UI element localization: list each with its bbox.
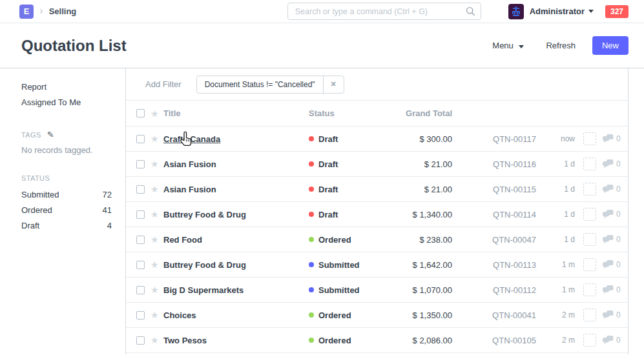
row-title-link[interactable]: Asian Fusion bbox=[163, 185, 216, 194]
row-document-id: QTN-00113 bbox=[452, 260, 536, 270]
star-icon[interactable]: ★ bbox=[151, 336, 159, 345]
assign-placeholder[interactable] bbox=[583, 183, 596, 196]
star-icon[interactable]: ★ bbox=[151, 134, 159, 143]
comment-count: 0 bbox=[616, 134, 621, 143]
app-logo[interactable]: E bbox=[19, 5, 34, 19]
assign-placeholder[interactable] bbox=[583, 334, 596, 347]
row-checkbox[interactable] bbox=[136, 210, 145, 219]
avatar bbox=[508, 4, 524, 19]
row-checkbox[interactable] bbox=[136, 261, 145, 269]
comment-indicator: 0 bbox=[603, 310, 621, 320]
page-head: Quotation List Menu Refresh New bbox=[0, 23, 644, 68]
edit-tags-icon[interactable]: ✎ bbox=[47, 130, 54, 139]
row-status: Draft bbox=[309, 210, 381, 219]
row-status: Ordered bbox=[309, 310, 381, 320]
assign-placeholder[interactable] bbox=[583, 208, 596, 221]
filter-chip-label[interactable]: Document Status != "Cancelled" bbox=[197, 76, 323, 93]
user-menu[interactable]: Administrator bbox=[508, 4, 594, 19]
table-row[interactable]: ★ Asian Fusion Draft $ 21.00 QTN-00115 1… bbox=[126, 177, 628, 202]
row-document-id: QTN-00112 bbox=[452, 285, 536, 295]
sidebar: Report Assigned To Me TAGS ✎ No records … bbox=[0, 68, 126, 354]
row-title-link[interactable]: Choices bbox=[163, 310, 196, 320]
table-row[interactable]: ★ Crafts Canada Draft $ 300.00 QTN-00117… bbox=[126, 127, 628, 152]
select-all-checkbox[interactable] bbox=[136, 109, 145, 117]
table-row[interactable]: ★ Buttrey Food & Drug Submitted $ 1,642.… bbox=[126, 252, 628, 278]
row-title-link[interactable]: Buttrey Food & Drug bbox=[163, 260, 246, 270]
comment-icon bbox=[603, 159, 614, 168]
tags-heading: TAGS ✎ bbox=[21, 130, 112, 139]
comment-icon bbox=[603, 285, 614, 294]
status-filter-draft[interactable]: Draft 4 bbox=[21, 218, 112, 234]
row-status: Draft bbox=[309, 185, 381, 194]
row-checkbox[interactable] bbox=[136, 336, 145, 345]
assign-placeholder[interactable] bbox=[583, 132, 596, 145]
status-filter-list: Submitted 72 Ordered 41 Draft 4 bbox=[21, 187, 112, 234]
table-row[interactable]: ★ Two Pesos Ordered $ 2,086.00 QTN-00105… bbox=[126, 328, 628, 353]
comment-icon bbox=[603, 185, 614, 194]
star-icon[interactable]: ★ bbox=[151, 210, 159, 219]
star-icon[interactable]: ★ bbox=[151, 235, 159, 244]
row-checkbox[interactable] bbox=[136, 236, 145, 244]
row-checkbox[interactable] bbox=[136, 185, 145, 194]
comment-icon bbox=[603, 210, 614, 219]
comment-count: 0 bbox=[616, 285, 621, 294]
refresh-button[interactable]: Refresh bbox=[546, 41, 576, 50]
list-header-row: ★ Title Status Grand Total bbox=[126, 101, 628, 127]
row-title-link[interactable]: Big D Supermarkets bbox=[163, 285, 244, 295]
comment-count: 0 bbox=[616, 310, 621, 320]
status-label: Draft bbox=[318, 134, 338, 144]
star-icon[interactable]: ★ bbox=[151, 285, 159, 294]
star-icon[interactable]: ★ bbox=[151, 159, 159, 168]
search-input[interactable] bbox=[287, 3, 481, 20]
status-label: Ordered bbox=[318, 336, 351, 345]
assign-placeholder[interactable] bbox=[583, 157, 596, 170]
star-icon[interactable]: ★ bbox=[151, 185, 159, 194]
row-checkbox[interactable] bbox=[136, 135, 145, 143]
robot-icon bbox=[510, 6, 522, 17]
comment-indicator: 0 bbox=[603, 285, 621, 294]
comment-icon bbox=[603, 235, 614, 244]
row-title-link[interactable]: Crafts Canada bbox=[163, 134, 220, 144]
row-checkbox[interactable] bbox=[136, 160, 145, 168]
row-title-link[interactable]: Buttrey Food & Drug bbox=[163, 210, 246, 219]
breadcrumb-selling[interactable]: Selling bbox=[49, 6, 77, 16]
assign-placeholder[interactable] bbox=[583, 233, 596, 246]
table-row[interactable]: ★ Red Food Ordered $ 238.00 QTN-00047 1 … bbox=[126, 227, 628, 252]
search-icon bbox=[466, 6, 475, 16]
row-title-link[interactable]: Two Pesos bbox=[163, 336, 207, 345]
row-grand-total: $ 21.00 bbox=[381, 185, 452, 194]
assign-placeholder[interactable] bbox=[583, 258, 596, 271]
star-icon[interactable]: ★ bbox=[151, 260, 159, 269]
remove-filter-icon[interactable]: ✕ bbox=[323, 76, 344, 93]
row-grand-total: $ 21.00 bbox=[381, 159, 452, 169]
status-dot bbox=[309, 136, 314, 141]
add-filter-button[interactable]: Add Filter bbox=[145, 79, 182, 89]
status-count: 4 bbox=[107, 218, 112, 234]
sidebar-item-report[interactable]: Report bbox=[21, 79, 112, 95]
sidebar-item-assigned-to-me[interactable]: Assigned To Me bbox=[21, 95, 112, 110]
assign-placeholder[interactable] bbox=[583, 309, 596, 321]
comment-count: 0 bbox=[616, 336, 621, 345]
row-checkbox[interactable] bbox=[136, 311, 145, 320]
table-row[interactable]: ★ Asian Fusion Draft $ 21.00 QTN-00116 1… bbox=[126, 152, 628, 177]
star-icon[interactable]: ★ bbox=[151, 109, 159, 118]
status-filter-ordered[interactable]: Ordered 41 bbox=[21, 203, 112, 218]
user-name: Administrator bbox=[530, 6, 585, 16]
star-icon[interactable]: ★ bbox=[151, 310, 159, 320]
row-checkbox[interactable] bbox=[136, 286, 145, 294]
new-button[interactable]: New bbox=[592, 36, 628, 55]
notification-badge[interactable]: 327 bbox=[605, 5, 628, 18]
menu-dropdown[interactable]: Menu bbox=[492, 41, 524, 50]
table-row[interactable]: ★ Big D Supermarkets Submitted $ 1,070.0… bbox=[126, 278, 628, 303]
status-filter-submitted[interactable]: Submitted 72 bbox=[21, 187, 112, 203]
table-row[interactable]: ★ Choices Ordered $ 1,350.00 QTN-00041 2… bbox=[126, 303, 628, 328]
row-title-link[interactable]: Red Food bbox=[163, 235, 202, 245]
table-row[interactable]: ★ Buttrey Food & Drug Draft $ 1,340.00 Q… bbox=[126, 202, 628, 227]
status-dot bbox=[309, 262, 314, 267]
status-count: 72 bbox=[103, 187, 112, 203]
row-title-link[interactable]: Asian Fusion bbox=[163, 159, 216, 169]
assign-placeholder[interactable] bbox=[583, 283, 596, 296]
row-status: Submitted bbox=[309, 285, 381, 295]
status-label: Submitted bbox=[318, 260, 360, 270]
row-modified-time: 2 m bbox=[536, 336, 575, 345]
